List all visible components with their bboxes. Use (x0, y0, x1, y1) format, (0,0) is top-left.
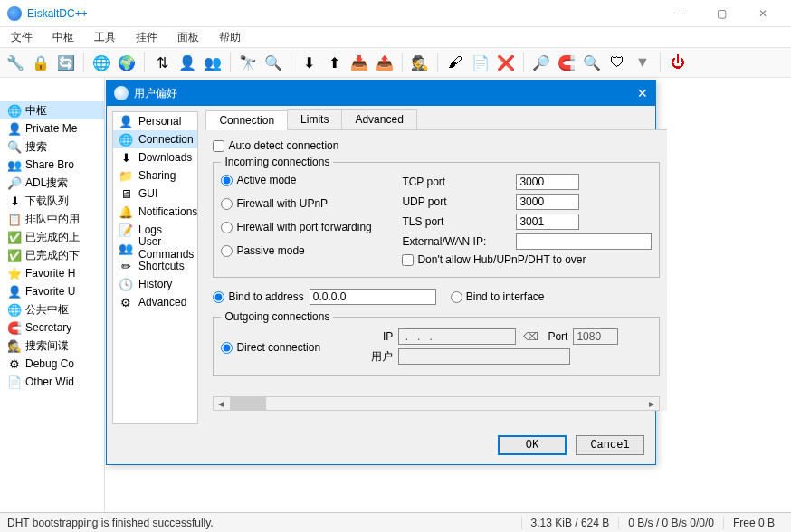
magnet-icon: 🧲 (7, 320, 22, 335)
menu-file[interactable]: 文件 (5, 28, 38, 47)
tool-power-icon[interactable]: ⏻ (668, 52, 688, 72)
scroll-left-icon[interactable]: ◂ (214, 397, 228, 410)
sidebar-item-findn[interactable]: ✅已完成的下 (0, 246, 104, 264)
nav-gui[interactable]: 🖥GUI (113, 185, 197, 203)
dont-allow-checkbox[interactable]: Don't allow Hub/UPnP/DHT to over (402, 253, 652, 266)
tab-limits[interactable]: Limits (287, 109, 342, 129)
bind-address-input[interactable] (310, 289, 436, 305)
tool-doc-icon[interactable]: 📄 (471, 52, 491, 72)
nav-personal[interactable]: 👤Personal (113, 112, 197, 130)
wan-ip-input[interactable] (516, 233, 652, 250)
scroll-thumb[interactable] (230, 397, 266, 410)
tool-zoom-icon[interactable]: 🔎 (531, 52, 551, 72)
tool-binoculars-icon[interactable]: 🔭 (238, 52, 258, 72)
ip-input[interactable] (398, 328, 516, 345)
sidebar-item-pm[interactable]: 👤Private Me (0, 119, 104, 138)
tool-brush-icon[interactable]: 🖌 (445, 52, 465, 72)
menu-hub[interactable]: 中枢 (47, 28, 80, 47)
nav-notifications[interactable]: 🔔Notifications (113, 203, 197, 221)
tool-lock-icon[interactable]: 🔒 (31, 52, 51, 72)
tab-advanced[interactable]: Advanced (341, 109, 416, 129)
mode-active-radio[interactable] (221, 175, 233, 186)
dialog-icon (114, 86, 129, 100)
bind-interface[interactable]: Bind to interface (451, 290, 545, 303)
tool-wrench-icon[interactable]: 🔧 (5, 52, 25, 72)
port-input[interactable] (573, 328, 618, 345)
tool-globe2-icon[interactable]: 🌍 (117, 52, 137, 72)
nav-history[interactable]: 🕓History (113, 275, 197, 293)
horizontal-scrollbar[interactable]: ◂▸ (213, 396, 660, 411)
tab-connection[interactable]: Connection (205, 110, 288, 130)
nav-downloads[interactable]: ⬇Downloads (113, 148, 197, 166)
nav-connection[interactable]: 🌐Connection (113, 130, 197, 148)
list-icon: 📋 (7, 212, 22, 226)
tool-upload-icon[interactable]: ⬆ (324, 52, 344, 72)
menu-help[interactable]: 帮助 (214, 28, 246, 47)
tool-sort-icon[interactable]: ⇅ (152, 52, 172, 72)
sidebar-item-other[interactable]: 📄Other Wid (0, 373, 104, 391)
sidebar-item-label: Secretary (25, 321, 71, 334)
sidebar-item-debug[interactable]: ⚙Debug Co (0, 355, 104, 373)
tool-globe-icon[interactable]: 🌐 (91, 52, 111, 72)
menu-tools[interactable]: 工具 (89, 28, 121, 47)
direct-connection[interactable]: Direct connection (221, 341, 366, 354)
nav-usercmds[interactable]: 👥User Commands (113, 239, 197, 257)
nav-advanced[interactable]: ⚙Advanced (113, 293, 197, 311)
tool-download-icon[interactable]: ⬇ (299, 52, 319, 72)
dont-allow-input[interactable] (402, 254, 414, 266)
sidebar-item-dlqueue[interactable]: ⬇下载队列 (0, 192, 104, 210)
bind-interface-radio[interactable] (451, 291, 462, 303)
direct-radio[interactable] (221, 342, 233, 354)
tcp-port-input[interactable] (516, 174, 579, 190)
sidebar-item-pubhub[interactable]: 🌐公共中枢 (0, 300, 104, 318)
tool-down2-icon[interactable]: 📥 (349, 52, 369, 72)
sidebar-item-favh[interactable]: ⭐Favorite H (0, 264, 104, 282)
tool-magnet-icon[interactable]: 🧲 (557, 52, 577, 72)
dialog-close-button[interactable]: ✕ (637, 86, 648, 100)
ok-button[interactable]: OK (498, 435, 567, 455)
sidebar-item-adl[interactable]: 🔎ADL搜索 (0, 174, 104, 192)
mode-pfwd[interactable]: Firewall with port forwarding (221, 221, 402, 233)
mode-passive-radio[interactable] (221, 245, 233, 257)
cancel-button[interactable]: Cancel (576, 435, 644, 455)
mode-pfwd-radio[interactable] (221, 222, 233, 233)
tool-shield-icon[interactable]: 🛡 (607, 52, 627, 72)
minimize-button[interactable]: — (659, 0, 700, 27)
sidebar-item-share[interactable]: 👥Share Bro (0, 156, 104, 174)
nav-sharing[interactable]: 📁Sharing (113, 166, 197, 185)
sidebar-item-secretary[interactable]: 🧲Secretary (0, 318, 104, 337)
tool-refresh-icon[interactable]: 🔄 (56, 52, 76, 72)
sidebar-item-search[interactable]: 🔍搜索 (0, 138, 104, 156)
auto-detect-checkbox[interactable]: Auto detect connection (213, 139, 660, 152)
mode-upnp-radio[interactable] (221, 198, 233, 210)
maximize-button[interactable]: ▢ (700, 0, 742, 27)
user-input[interactable] (398, 348, 570, 365)
bind-address-radio[interactable] (213, 291, 224, 303)
auto-detect-input[interactable] (213, 140, 224, 152)
tool-search-icon[interactable]: 🔍 (263, 52, 283, 72)
menu-widgets[interactable]: 挂件 (130, 28, 163, 47)
tool-delete-icon[interactable]: ❌ (496, 52, 516, 72)
tool-spy-icon[interactable]: 🕵 (410, 52, 430, 72)
tool-user-icon[interactable]: 👤 (177, 52, 197, 72)
tool-up2-icon[interactable]: 📤 (375, 52, 395, 72)
sidebar-item-spy[interactable]: 🕵搜索间谍 (0, 337, 104, 355)
tool-filter-icon[interactable]: ▼ (633, 52, 653, 72)
user-label: 用户 (366, 349, 393, 365)
sidebar-item-finup[interactable]: ✅已完成的上 (0, 228, 104, 246)
scroll-right-icon[interactable]: ▸ (644, 397, 659, 410)
mode-upnp[interactable]: Firewall with UPnP (221, 197, 402, 210)
sidebar-item-hub[interactable]: 🌐中枢 (0, 101, 104, 119)
mode-passive[interactable]: Passive mode (221, 244, 402, 257)
tool-user2-icon[interactable]: 👥 (203, 52, 223, 72)
tool-find-icon[interactable]: 🔍 (582, 52, 602, 72)
menu-panel[interactable]: 面板 (172, 28, 205, 47)
udp-port-input[interactable] (516, 194, 579, 210)
tls-port-input[interactable] (516, 214, 579, 230)
bind-address[interactable]: Bind to address (213, 290, 303, 303)
close-button[interactable]: ✕ (742, 0, 784, 27)
sidebar-item-favu[interactable]: 👤Favorite U (0, 282, 104, 300)
clear-icon[interactable]: ⌫ (523, 330, 538, 343)
sidebar-item-queued[interactable]: 📋排队中的用 (0, 210, 104, 228)
mode-active[interactable]: Active mode (221, 174, 402, 186)
